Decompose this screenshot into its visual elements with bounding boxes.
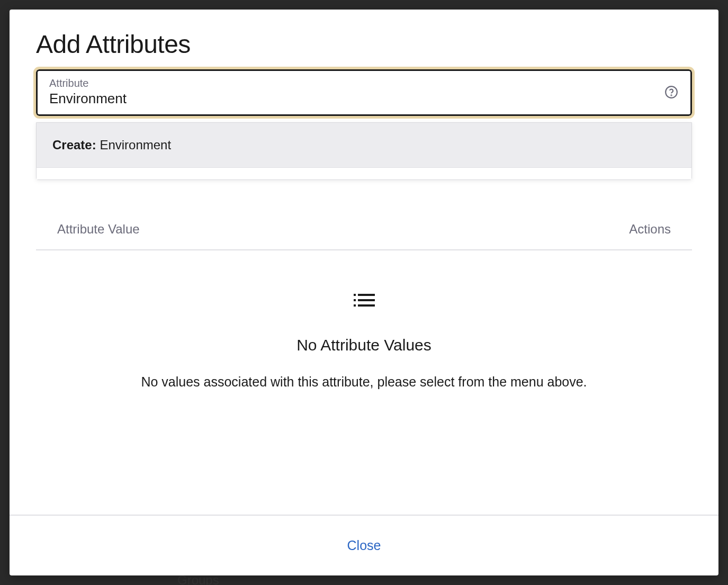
svg-rect-7 [358, 304, 375, 307]
svg-rect-2 [354, 294, 356, 296]
help-icon[interactable] [664, 85, 679, 100]
modal-header: Add Attributes [10, 10, 718, 69]
column-attribute-value: Attribute Value [57, 222, 140, 237]
svg-rect-6 [354, 304, 356, 307]
column-actions: Actions [629, 222, 671, 237]
modal-body: Attribute Create: Environment Attribute … [10, 69, 718, 515]
dropdown-spacer [37, 168, 691, 179]
dropdown-create-value: Environment [100, 138, 171, 152]
svg-rect-4 [354, 299, 356, 301]
empty-state-text: No values associated with this attribute… [141, 374, 587, 390]
attribute-input-label: Attribute [49, 77, 664, 89]
add-attributes-modal: Add Attributes Attribute Create: Environ… [10, 10, 718, 575]
svg-rect-3 [358, 294, 375, 296]
empty-state: No Attribute Values No values associated… [36, 250, 692, 411]
values-table-header: Attribute Value Actions [36, 222, 692, 250]
svg-point-1 [671, 95, 671, 95]
list-icon [354, 293, 375, 310]
close-button[interactable]: Close [338, 535, 391, 556]
attribute-dropdown: Create: Environment [36, 122, 692, 180]
empty-state-title: No Attribute Values [296, 336, 432, 354]
dropdown-create-option[interactable]: Create: Environment [37, 123, 691, 168]
modal-title: Add Attributes [36, 30, 692, 59]
modal-footer: Close [10, 515, 718, 575]
svg-rect-5 [358, 299, 375, 301]
attribute-input-wrapper[interactable]: Attribute [36, 69, 692, 116]
attribute-input[interactable] [49, 91, 664, 107]
dropdown-create-prefix: Create: [52, 138, 96, 152]
